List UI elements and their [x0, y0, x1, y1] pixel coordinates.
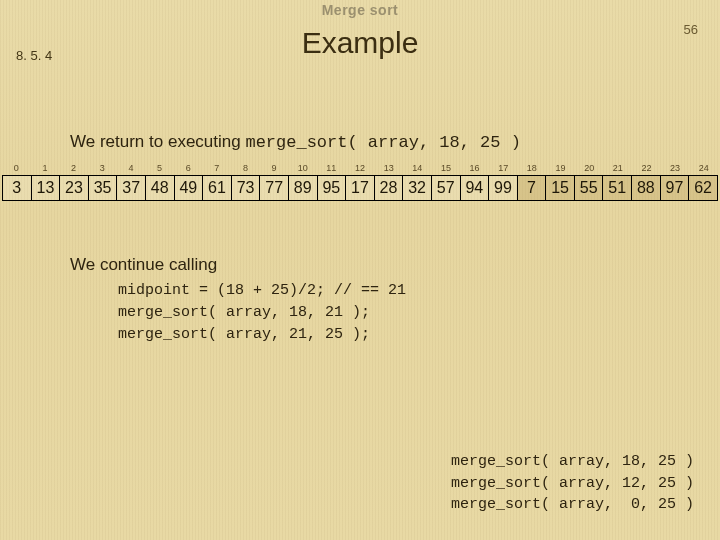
array-cell: 77: [260, 176, 289, 200]
code-line-3: merge_sort( array, 21, 25 );: [118, 326, 370, 343]
slide-title: Example: [0, 26, 720, 60]
array-index: 24: [689, 163, 718, 175]
array-index: 21: [603, 163, 632, 175]
array-cell: 89: [289, 176, 318, 200]
array-index: 20: [575, 163, 604, 175]
header-topic: Merge sort: [0, 2, 720, 18]
array-index: 22: [632, 163, 661, 175]
array-cell: 3: [3, 176, 32, 200]
body-line-2: We continue calling: [70, 255, 217, 275]
array-index: 18: [518, 163, 547, 175]
array-cell: 95: [318, 176, 347, 200]
array-cell: 51: [603, 176, 632, 200]
array-cell: 49: [175, 176, 204, 200]
array-index: 8: [231, 163, 260, 175]
array-cell: 97: [661, 176, 690, 200]
code-line-2: merge_sort( array, 18, 21 );: [118, 304, 370, 321]
array-index: 6: [174, 163, 203, 175]
array-index: 10: [288, 163, 317, 175]
array-index-row: 0123456789101112131415161718192021222324: [2, 163, 718, 175]
array-index: 5: [145, 163, 174, 175]
stack-line-1: merge_sort( array, 18, 25 ): [451, 453, 694, 470]
array-cell: 28: [375, 176, 404, 200]
code-block: midpoint = (18 + 25)/2; // == 21 merge_s…: [118, 280, 406, 345]
array-index: 17: [489, 163, 518, 175]
array-index: 0: [2, 163, 31, 175]
array-index: 7: [202, 163, 231, 175]
array-cell: 61: [203, 176, 232, 200]
array-cell: 15: [546, 176, 575, 200]
array-index: 15: [432, 163, 461, 175]
array-cell: 35: [89, 176, 118, 200]
stack-line-2: merge_sort( array, 12, 25 ): [451, 475, 694, 492]
array-table: 0123456789101112131415161718192021222324…: [2, 163, 718, 201]
array-index: 13: [374, 163, 403, 175]
array-cell: 73: [232, 176, 261, 200]
array-value-row: 3132335374849617377899517283257949971555…: [2, 175, 718, 201]
array-cell: 94: [461, 176, 490, 200]
slide: Merge sort 56 8. 5. 4 Example We return …: [0, 0, 720, 540]
array-cell: 57: [432, 176, 461, 200]
array-cell: 99: [489, 176, 518, 200]
stack-line-3: merge_sort( array, 0, 25 ): [451, 496, 694, 513]
array-cell: 7: [518, 176, 547, 200]
array-cell: 37: [117, 176, 146, 200]
body-line-1-code: merge_sort( array, 18, 25 ): [245, 133, 520, 152]
array-index: 11: [317, 163, 346, 175]
array-index: 19: [546, 163, 575, 175]
array-index: 14: [403, 163, 432, 175]
body-line-1: We return to executing merge_sort( array…: [70, 132, 521, 152]
array-cell: 48: [146, 176, 175, 200]
array-index: 12: [346, 163, 375, 175]
array-index: 2: [59, 163, 88, 175]
array-cell: 88: [632, 176, 661, 200]
code-line-1: midpoint = (18 + 25)/2; // == 21: [118, 282, 406, 299]
array-index: 3: [88, 163, 117, 175]
array-cell: 13: [32, 176, 61, 200]
array-index: 4: [117, 163, 146, 175]
array-index: 16: [460, 163, 489, 175]
array-index: 1: [31, 163, 60, 175]
array-cell: 23: [60, 176, 89, 200]
body-line-1-text: We return to executing: [70, 132, 245, 151]
array-cell: 55: [575, 176, 604, 200]
array-index: 23: [661, 163, 690, 175]
call-stack: merge_sort( array, 18, 25 ) merge_sort( …: [451, 451, 694, 516]
array-cell: 62: [689, 176, 718, 200]
array-cell: 17: [346, 176, 375, 200]
array-index: 9: [260, 163, 289, 175]
array-cell: 32: [403, 176, 432, 200]
